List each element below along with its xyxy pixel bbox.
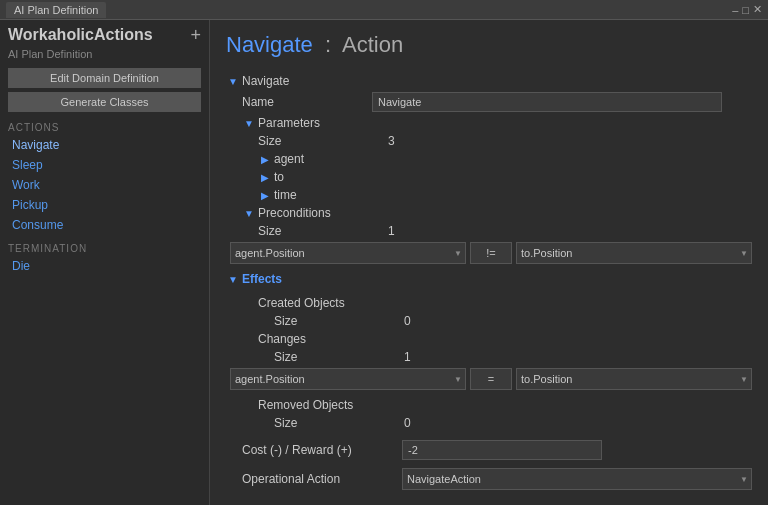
sidebar-item-pickup[interactable]: Pickup bbox=[0, 195, 209, 215]
parameters-size-row: Size 3 bbox=[258, 132, 752, 150]
name-input[interactable] bbox=[372, 92, 722, 112]
param-time-item: time bbox=[258, 186, 752, 204]
precondition-expr-row: agent.Position != to.Position bbox=[230, 242, 752, 264]
operational-action-label: Operational Action bbox=[242, 472, 402, 486]
changes-size-row: Size 1 bbox=[274, 348, 752, 366]
created-size-value: 0 bbox=[404, 314, 752, 328]
sidebar-item-sleep[interactable]: Sleep bbox=[0, 155, 209, 175]
content-title: Navigate : Action bbox=[226, 32, 752, 58]
parameters-size-label: Size bbox=[258, 134, 388, 148]
param-to-label: to bbox=[274, 170, 284, 184]
navigate-toggle[interactable] bbox=[226, 74, 240, 88]
preconditions-item: Preconditions bbox=[242, 204, 752, 222]
param-agent-label: agent bbox=[274, 152, 304, 166]
maximize-button[interactable]: □ bbox=[742, 4, 749, 16]
operational-action-wrapper: NavigateAction bbox=[402, 468, 752, 490]
removed-objects-row: Removed Objects bbox=[258, 396, 752, 414]
title-bar: AI Plan Definition – □ ✕ bbox=[0, 0, 768, 20]
change-expr-row: agent.Position = to.Position bbox=[230, 368, 752, 390]
created-objects-label: Created Objects bbox=[258, 296, 388, 310]
sidebar-title: WorkaholicActions bbox=[8, 26, 153, 44]
operational-action-select[interactable]: NavigateAction bbox=[402, 468, 752, 490]
title-separator: : bbox=[325, 32, 331, 57]
sidebar-item-work[interactable]: Work bbox=[0, 175, 209, 195]
termination-section-label: TERMINATION bbox=[0, 235, 209, 256]
name-row: Name bbox=[242, 90, 752, 114]
param-time-label: time bbox=[274, 188, 297, 202]
sidebar-item-navigate[interactable]: Navigate bbox=[0, 135, 209, 155]
change-left-select[interactable]: agent.Position bbox=[230, 368, 466, 390]
created-size-label: Size bbox=[274, 314, 404, 328]
created-objects-row: Created Objects bbox=[258, 294, 752, 312]
parameters-label: Parameters bbox=[258, 116, 320, 130]
action-type-title: Action bbox=[342, 32, 403, 57]
precondition-right-select[interactable]: to.Position bbox=[516, 242, 752, 264]
removed-size-label: Size bbox=[274, 416, 404, 430]
preconditions-size-row: Size 1 bbox=[258, 222, 752, 240]
parameters-size-value: 3 bbox=[388, 134, 752, 148]
sidebar-item-die[interactable]: Die bbox=[0, 256, 209, 276]
operational-action-row: Operational Action NavigateAction bbox=[242, 466, 752, 492]
generate-classes-button[interactable]: Generate Classes bbox=[8, 92, 201, 112]
change-right-select[interactable]: to.Position bbox=[516, 368, 752, 390]
main-layout: WorkaholicActions + AI Plan Definition E… bbox=[0, 20, 768, 505]
preconditions-label: Preconditions bbox=[258, 206, 331, 220]
content-area: Navigate : Action Navigate Name Paramete… bbox=[210, 20, 768, 505]
sidebar-item-consume[interactable]: Consume bbox=[0, 215, 209, 235]
sidebar-header: WorkaholicActions + bbox=[0, 20, 209, 48]
sidebar: WorkaholicActions + AI Plan Definition E… bbox=[0, 20, 210, 505]
removed-objects-label: Removed Objects bbox=[258, 398, 388, 412]
cost-reward-input[interactable] bbox=[402, 440, 602, 460]
cost-reward-row: Cost (-) / Reward (+) bbox=[242, 438, 752, 462]
precondition-right-wrapper: to.Position bbox=[516, 242, 752, 264]
changes-label: Changes bbox=[258, 332, 388, 346]
change-left-wrapper: agent.Position bbox=[230, 368, 466, 390]
preconditions-size-value: 1 bbox=[388, 224, 752, 238]
param-time-toggle[interactable] bbox=[258, 188, 272, 202]
change-right-wrapper: to.Position bbox=[516, 368, 752, 390]
action-name-title: Navigate bbox=[226, 32, 313, 57]
precondition-left-select[interactable]: agent.Position bbox=[230, 242, 466, 264]
navigate-root-label: Navigate bbox=[242, 74, 289, 88]
minimize-button[interactable]: – bbox=[732, 4, 738, 16]
removed-size-row: Size 0 bbox=[274, 414, 752, 432]
name-label: Name bbox=[242, 95, 372, 109]
param-to-toggle[interactable] bbox=[258, 170, 272, 184]
param-to-item: to bbox=[258, 168, 752, 186]
effects-label: Effects bbox=[242, 272, 282, 286]
param-agent-item: agent bbox=[258, 150, 752, 168]
cost-reward-label: Cost (-) / Reward (+) bbox=[242, 443, 402, 457]
sidebar-subtitle: AI Plan Definition bbox=[0, 48, 209, 66]
effects-toggle[interactable] bbox=[226, 272, 240, 286]
preconditions-size-label: Size bbox=[258, 224, 388, 238]
parameters-item: Parameters bbox=[242, 114, 752, 132]
removed-size-value: 0 bbox=[404, 416, 752, 430]
param-agent-toggle[interactable] bbox=[258, 152, 272, 166]
changes-size-label: Size bbox=[274, 350, 404, 364]
effects-item: Effects bbox=[226, 270, 752, 288]
precondition-op-select[interactable]: != bbox=[470, 242, 512, 264]
navigate-root-item: Navigate bbox=[226, 72, 752, 90]
created-size-row: Size 0 bbox=[274, 312, 752, 330]
edit-domain-button[interactable]: Edit Domain Definition bbox=[8, 68, 201, 88]
title-tab[interactable]: AI Plan Definition bbox=[6, 2, 106, 18]
changes-size-value: 1 bbox=[404, 350, 752, 364]
changes-row: Changes bbox=[258, 330, 752, 348]
parameters-toggle[interactable] bbox=[242, 116, 256, 130]
add-action-button[interactable]: + bbox=[190, 26, 201, 44]
precondition-left-wrapper: agent.Position bbox=[230, 242, 466, 264]
preconditions-toggle[interactable] bbox=[242, 206, 256, 220]
change-op-select[interactable]: = bbox=[470, 368, 512, 390]
close-button[interactable]: ✕ bbox=[753, 3, 762, 16]
window-controls: – □ ✕ bbox=[732, 3, 762, 16]
actions-section-label: ACTIONS bbox=[0, 114, 209, 135]
